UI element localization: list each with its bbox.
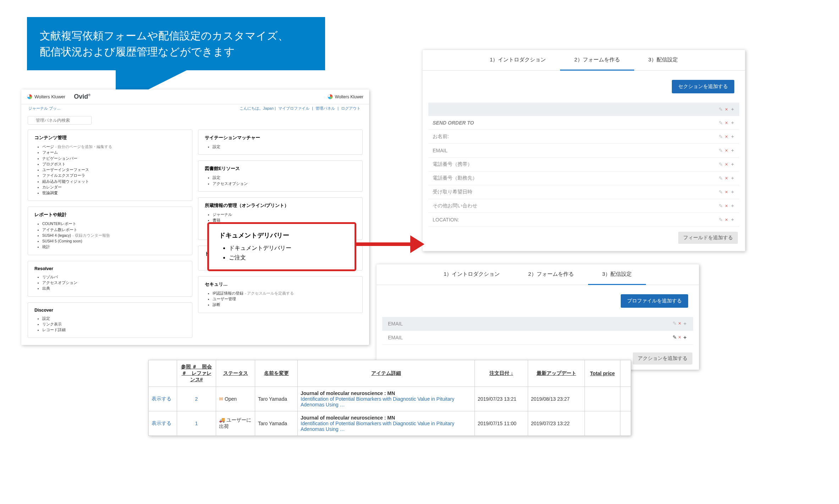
box-title: Discover bbox=[34, 308, 186, 313]
tab-form[interactable]: 2）フォームを作る bbox=[560, 50, 634, 71]
add-icon[interactable] bbox=[730, 106, 735, 113]
list-item[interactable]: アクセスオプション bbox=[42, 280, 186, 285]
add-action-button[interactable]: アクションを追加する bbox=[633, 352, 692, 365]
nav-left[interactable]: ジャーナル ブッ… bbox=[28, 106, 61, 111]
edit-icon[interactable] bbox=[719, 106, 723, 112]
edit-icon[interactable] bbox=[719, 161, 723, 167]
box-title: 所蔵情報の管理（オンライン/プリント） bbox=[205, 203, 356, 209]
list-item[interactable]: ナビゲーションバー bbox=[42, 155, 186, 161]
list-item[interactable]: ファイルエクスプローラ bbox=[42, 172, 186, 178]
delete-icon[interactable] bbox=[725, 106, 728, 112]
orders-table-panel: 参照 ＃ 照会＃ レファレンス# ステータス 名前を変更 アイテム詳細 注文日付… bbox=[148, 360, 631, 436]
list-item[interactable]: IP認証情報の登録- アクセスルールを定義する bbox=[213, 290, 356, 296]
callout-banner: 文献複写依頼フォームや配信設定のカスタマイズ、 配信状況および履歴管理などができ… bbox=[27, 17, 325, 70]
add-icon[interactable] bbox=[730, 203, 735, 209]
nav-logout[interactable]: ログアウト bbox=[341, 106, 361, 110]
docdel-item-2[interactable]: ご注文 bbox=[229, 253, 345, 262]
edit-icon[interactable] bbox=[719, 120, 723, 126]
tab-form-2[interactable]: 2）フォームを作る bbox=[514, 264, 588, 285]
delete-icon[interactable] bbox=[725, 189, 728, 195]
tab-dist-2[interactable]: 3）配信設定 bbox=[588, 264, 646, 285]
th-name[interactable]: 名前を変更 bbox=[255, 360, 298, 387]
list-item[interactable]: 診断 bbox=[213, 302, 356, 307]
admin-search-input[interactable] bbox=[28, 116, 92, 125]
delete-icon[interactable] bbox=[725, 203, 728, 209]
add-icon[interactable] bbox=[682, 321, 687, 326]
list-item[interactable]: ジャーナル bbox=[213, 212, 356, 217]
list-item[interactable]: 統計 bbox=[42, 244, 186, 250]
list-item[interactable]: ブログポスト bbox=[42, 161, 186, 167]
docdel-callout: ドキュメントデリバリー ドキュメントデリバリー ご注文 bbox=[207, 222, 356, 271]
list-item[interactable]: アイテム数レポート bbox=[42, 227, 186, 232]
list-item[interactable]: リゾルバ bbox=[42, 274, 186, 280]
ref-link[interactable]: 2 bbox=[177, 387, 216, 411]
list-item[interactable]: 設定 bbox=[213, 144, 356, 149]
section-title-row: SEND ORDER TO bbox=[428, 116, 739, 130]
add-section-button[interactable]: セクションを追加する bbox=[672, 80, 734, 93]
delete-icon[interactable] bbox=[725, 134, 728, 139]
list-item[interactable]: COUNTERレポート bbox=[42, 221, 186, 226]
tab-intro[interactable]: 1）イントロダクション bbox=[476, 50, 560, 70]
add-icon[interactable] bbox=[730, 120, 735, 126]
list-item[interactable]: SUSHI 5 (Coming soon) bbox=[42, 238, 186, 244]
list-item[interactable]: レコード詳細 bbox=[42, 327, 186, 333]
list-item[interactable]: リンク表示 bbox=[42, 321, 186, 327]
delete-icon[interactable] bbox=[725, 148, 728, 153]
th-upd[interactable]: 最新アップデート bbox=[528, 360, 585, 387]
delete-icon[interactable] bbox=[725, 120, 728, 126]
nav-myprofile[interactable]: マイプロファイル bbox=[278, 106, 309, 110]
add-icon[interactable] bbox=[730, 175, 735, 181]
list-item[interactable]: 出典 bbox=[42, 285, 186, 291]
view-link[interactable]: 表示する bbox=[149, 387, 177, 411]
edit-icon[interactable] bbox=[719, 175, 723, 181]
edit-icon[interactable] bbox=[719, 189, 723, 195]
list-item[interactable]: 設定 bbox=[42, 316, 186, 321]
edit-icon[interactable] bbox=[719, 217, 723, 223]
list-item[interactable]: フォーム bbox=[42, 149, 186, 155]
edit-icon[interactable] bbox=[673, 334, 677, 340]
list-item[interactable]: SUSHI 4 (legacy)- 収録カウンター報告 bbox=[42, 232, 186, 238]
list-item[interactable]: ユーザー管理 bbox=[213, 296, 356, 302]
nav-adminpanel[interactable]: 管理パネル bbox=[316, 106, 335, 110]
th-status[interactable]: ステータス bbox=[216, 360, 255, 387]
name-cell: Taro Yamada bbox=[255, 411, 298, 436]
callout-text: 文献複写依頼フォームや配信設定のカスタマイズ、 配信状況および履歴管理などができ… bbox=[40, 30, 289, 57]
docdel-item-1[interactable]: ドキュメントデリバリー bbox=[229, 243, 345, 253]
delete-icon[interactable] bbox=[725, 175, 728, 181]
delete-icon[interactable] bbox=[725, 161, 728, 167]
delete-icon[interactable] bbox=[725, 217, 728, 223]
add-profile-button[interactable]: プロファイルを追加する bbox=[621, 294, 688, 308]
th-price[interactable]: Total price bbox=[585, 360, 620, 387]
add-icon[interactable] bbox=[682, 334, 687, 340]
box-title: セキュリ… bbox=[205, 281, 356, 287]
list-item[interactable]: アクセスオプション bbox=[213, 181, 356, 186]
delete-icon[interactable] bbox=[678, 321, 681, 326]
edit-icon[interactable] bbox=[719, 148, 723, 153]
view-link[interactable]: 表示する bbox=[149, 411, 177, 436]
add-field-button[interactable]: フィールドを追加する bbox=[678, 232, 738, 244]
list-item[interactable]: ページ- 自分のページを追加・編集する bbox=[42, 144, 186, 149]
ref-link[interactable]: 1 bbox=[177, 411, 216, 436]
add-icon[interactable] bbox=[730, 161, 735, 168]
list-item[interactable]: 設定 bbox=[213, 175, 356, 180]
list-item[interactable]: 世論調査 bbox=[42, 190, 186, 196]
add-icon[interactable] bbox=[730, 217, 735, 223]
edit-icon[interactable] bbox=[719, 134, 723, 139]
date-cell: 2019/07/15 11:00 bbox=[475, 411, 528, 436]
tab-dist[interactable]: 3）配信設定 bbox=[634, 50, 692, 70]
wk-label: Wolters Kluwer bbox=[34, 94, 65, 99]
edit-icon[interactable] bbox=[673, 321, 677, 326]
th-date[interactable]: 注文日付 ↓ bbox=[475, 360, 528, 387]
section-title: SEND ORDER TO bbox=[433, 120, 474, 126]
add-icon[interactable] bbox=[730, 189, 735, 195]
add-icon[interactable] bbox=[730, 147, 735, 154]
list-item[interactable]: 組み込み可能ウィジェット bbox=[42, 179, 186, 184]
tab-intro-2[interactable]: 1）イントロダクション bbox=[429, 264, 514, 285]
list-item[interactable]: カレンダー bbox=[42, 184, 186, 190]
th-item[interactable]: アイテム詳細 bbox=[298, 360, 475, 387]
list-item[interactable]: ユーザーインターフェース bbox=[42, 167, 186, 172]
th-ref[interactable]: 参照 ＃ 照会＃ レファレンス# bbox=[177, 360, 216, 387]
add-icon[interactable] bbox=[730, 133, 735, 140]
edit-icon[interactable] bbox=[719, 203, 723, 209]
delete-icon[interactable] bbox=[678, 334, 681, 340]
